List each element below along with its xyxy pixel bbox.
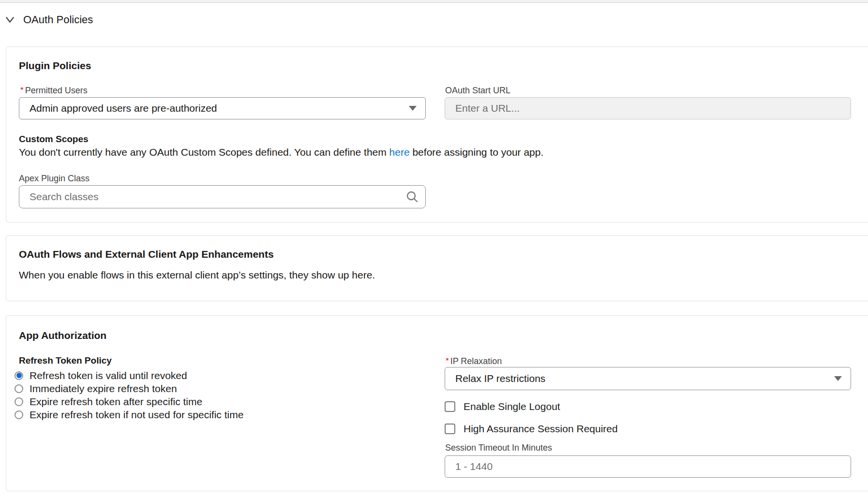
refresh-token-policy-label: Refresh Token Policy <box>19 355 112 366</box>
custom-scopes-text: You don't currently have any OAuth Custo… <box>19 146 543 158</box>
radio-expire-if-not-used[interactable]: Expire refresh token if not used for spe… <box>15 408 243 421</box>
apex-plugin-class-search-input[interactable]: Search classes <box>19 185 426 208</box>
radio-button[interactable] <box>15 384 23 393</box>
required-asterisk: * <box>446 356 449 366</box>
here-link[interactable]: here <box>389 146 410 158</box>
dropdown-arrow-icon <box>409 106 417 111</box>
session-timeout-placeholder: 1 - 1440 <box>445 461 493 472</box>
custom-scopes-label: Custom Scopes <box>19 134 89 145</box>
refresh-token-policy-radio-group: Refresh token is valid until revoked Imm… <box>15 369 243 421</box>
oauth-start-url-placeholder: Enter a URL... <box>445 103 520 114</box>
oauth-policies-page: OAuth Policies Plugin Policies *Permitte… <box>0 0 868 498</box>
ip-relaxation-select[interactable]: Relax IP restrictions <box>445 367 851 390</box>
dropdown-arrow-icon <box>834 376 842 381</box>
high-assurance-session-checkbox[interactable] <box>445 424 455 434</box>
permitted-users-select[interactable]: Admin approved users are pre-authorized <box>19 97 426 119</box>
oauth-flows-title: OAuth Flows and External Client App Enha… <box>19 249 274 260</box>
session-timeout-label: Session Timeout In Minutes <box>445 443 552 453</box>
top-divider <box>0 0 868 3</box>
required-asterisk: * <box>20 86 24 95</box>
oauth-start-url-label: OAuth Start URL <box>445 86 510 96</box>
chevron-down-icon[interactable] <box>6 16 14 24</box>
oauth-flows-card: OAuth Flows and External Client App Enha… <box>6 235 868 301</box>
enable-single-logout-row[interactable]: Enable Single Logout <box>445 401 560 412</box>
plugin-policies-card: Plugin Policies *Permitted Users Admin a… <box>6 46 868 222</box>
ip-relaxation-label: *IP Relaxation <box>446 356 502 366</box>
oauth-flows-description: When you enable flows in this external c… <box>19 269 375 281</box>
radio-expire-after-time[interactable]: Expire refresh token after specific time <box>15 395 243 408</box>
radio-button[interactable] <box>15 410 23 419</box>
radio-refresh-token-valid-until-revoked[interactable]: Refresh token is valid until revoked <box>15 369 243 382</box>
app-authorization-title: App Authorization <box>19 330 106 341</box>
permitted-users-label: *Permitted Users <box>20 86 88 96</box>
oauth-policies-section-header[interactable]: OAuth Policies <box>6 13 93 27</box>
oauth-start-url-input[interactable]: Enter a URL... <box>445 97 851 119</box>
radio-immediately-expire[interactable]: Immediately expire refresh token <box>15 382 243 395</box>
high-assurance-session-row[interactable]: High Assurance Session Required <box>445 423 618 435</box>
radio-button[interactable] <box>15 371 23 380</box>
app-authorization-card: App Authorization Refresh Token Policy R… <box>6 315 868 491</box>
search-icon <box>406 190 419 203</box>
plugin-policies-title: Plugin Policies <box>19 60 91 72</box>
radio-button[interactable] <box>15 397 23 406</box>
apex-plugin-class-placeholder: Search classes <box>19 191 98 203</box>
apex-plugin-class-label: Apex Plugin Class <box>19 174 90 184</box>
session-timeout-input[interactable]: 1 - 1440 <box>445 455 851 478</box>
enable-single-logout-checkbox[interactable] <box>445 401 455 412</box>
section-title: OAuth Policies <box>23 14 93 26</box>
